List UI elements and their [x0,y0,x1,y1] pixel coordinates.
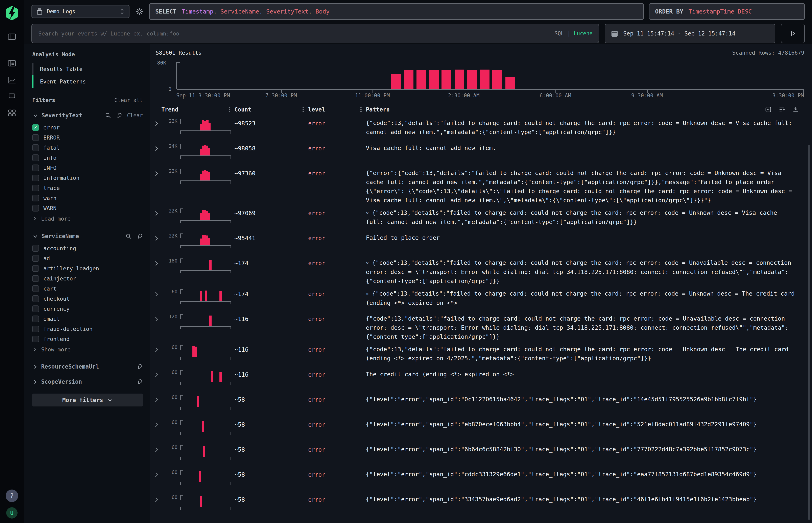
row-expand-chevron-icon[interactable] [154,208,162,216]
row-expand-chevron-icon[interactable] [154,143,162,151]
row-expand-chevron-icon[interactable] [154,314,162,322]
column-header-level[interactable]: level [308,106,366,113]
app-logo-icon[interactable] [5,6,18,21]
filter-group-severitytext[interactable]: SeverityText Clear [32,112,143,119]
filter-option-error[interactable]: error [32,122,143,132]
filter-group-scopeversion[interactable]: ScopeVersion [32,378,143,385]
logs-nav-icon[interactable] [7,59,16,68]
filter-option-frontend[interactable]: frontend [32,334,143,344]
filter-option-info[interactable]: info [32,152,143,163]
filter-option-email[interactable]: email [32,314,143,324]
search-input[interactable] [38,30,554,37]
column-header-count[interactable]: Count [234,106,308,113]
histogram-plot-area[interactable]: 80K 0 [176,62,804,89]
pattern-row[interactable]: 60~116errorThe credit card (ending <*> e… [154,366,812,391]
chevron-right-icon[interactable] [32,379,38,385]
checkbox[interactable] [32,155,39,161]
clear-severity-link[interactable]: Clear [127,112,143,119]
checkbox[interactable] [32,144,39,151]
pattern-row[interactable]: 22K~97360error{"error":{"code":13,"detai… [154,165,812,205]
row-expand-chevron-icon[interactable] [154,419,162,428]
help-button[interactable]: ? [6,489,18,502]
pattern-row[interactable]: 60~58error{"level":"error","span_id":"6b… [154,441,812,466]
pattern-row[interactable]: 24K~98058errorVisa cache full: cannot ad… [154,140,812,165]
pattern-row[interactable]: 22K~95441errorFailed to place order [154,230,812,255]
row-expand-chevron-icon[interactable] [154,445,162,453]
pattern-row[interactable]: 60~116error{"code":13,"details":"failed … [154,341,812,366]
checkbox[interactable] [32,315,39,322]
filter-option-WARN[interactable]: WARN [32,203,143,213]
show-more-link[interactable]: Show more [32,344,143,355]
checkbox[interactable] [32,275,39,282]
exclude-x-icon[interactable]: × [366,291,369,297]
filter-option-accounting[interactable]: accounting [32,243,143,253]
row-expand-chevron-icon[interactable] [154,289,162,297]
source-selector[interactable]: Demo Logs [32,5,129,18]
chevron-right-icon[interactable] [32,364,38,369]
filter-option-cainjector[interactable]: cainjector [32,273,143,284]
pattern-row[interactable]: 60~58error{"level":"error","span_id":"0c… [154,391,812,416]
gear-icon[interactable] [135,7,144,16]
pin-icon[interactable] [137,233,143,239]
pin-icon[interactable] [116,112,122,119]
filter-group-resourceschemaurl[interactable]: ResourceSchemaUrl [32,363,143,370]
checkbox[interactable] [32,185,39,191]
checkbox[interactable] [32,326,39,332]
row-expand-chevron-icon[interactable] [154,258,162,266]
chevron-down-icon[interactable] [32,112,38,119]
more-filters-button[interactable]: More filters [32,394,143,407]
drag-grip-icon[interactable] [302,107,304,112]
checkbox[interactable] [32,336,39,342]
row-expand-chevron-icon[interactable] [154,168,162,176]
pattern-row[interactable]: 22K~98523error{"code":13,"details":"fail… [154,115,812,140]
chart-nav-icon[interactable] [7,75,16,84]
pattern-row[interactable]: 60~58error{"level":"error","span_id":"33… [154,491,812,516]
pattern-row[interactable]: 60~174error×{"code":13,"details":"failed… [154,286,812,311]
filter-group-servicename[interactable]: ServiceName [32,233,143,239]
filter-option-fatal[interactable]: fatal [32,143,143,152]
pattern-row[interactable]: 120~116error{"code":13,"details":"failed… [154,311,812,341]
drag-grip-icon[interactable] [360,107,362,112]
column-header-pattern[interactable]: Pattern [366,106,812,113]
analysis-mode-results-table[interactable]: Results Table [32,63,143,75]
filter-option-currency[interactable]: currency [32,304,143,314]
row-expand-chevron-icon[interactable] [154,395,162,403]
column-header-trend[interactable]: Trend [154,106,234,113]
checkbox[interactable] [32,295,39,302]
download-icon[interactable] [792,106,799,113]
dashboard-nav-icon[interactable] [7,108,16,118]
pin-icon[interactable] [137,379,143,385]
pattern-row[interactable]: 22K~97069error×{"code":13,"details":"fai… [154,205,812,230]
pattern-row[interactable]: 60~58error{"level":"error","span_id":"eb… [154,416,812,441]
chevron-down-icon[interactable] [32,233,38,239]
expand-all-icon[interactable] [765,106,772,113]
filter-option-warn[interactable]: warn [32,193,143,203]
filter-option-checkout[interactable]: checkout [32,293,143,304]
checkbox[interactable] [32,285,39,292]
row-expand-chevron-icon[interactable] [154,494,162,503]
filter-option-ad[interactable]: ad [32,253,143,263]
filter-option-Information[interactable]: Information [32,173,143,183]
terminal-nav-icon[interactable] [7,92,16,101]
checkbox[interactable] [32,305,39,312]
analysis-mode-event-patterns[interactable]: Event Patterns [32,75,143,88]
sql-toggle[interactable]: SQL [554,31,564,36]
filter-option-artillery-loadgen[interactable]: artillery-loadgen [32,263,143,273]
checkbox[interactable] [32,245,39,252]
filter-option-ERROR[interactable]: ERROR [32,132,143,143]
vertical-scrollbar[interactable] [808,145,810,520]
drag-grip-icon[interactable] [229,107,230,112]
pattern-row[interactable]: 180~174error×{"code":13,"details":"faile… [154,255,812,286]
run-query-button[interactable] [781,24,805,43]
exclude-x-icon[interactable]: × [366,210,369,216]
clear-all-link[interactable]: Clear all [114,97,143,103]
lucene-toggle[interactable]: Lucene [573,31,593,36]
load-more-link[interactable]: Load more [32,213,143,224]
row-expand-chevron-icon[interactable] [154,233,162,241]
checkbox[interactable] [32,255,39,262]
search-icon[interactable] [125,233,132,239]
pattern-row[interactable]: 60~58error{"level":"error","span_id":"cd… [154,466,812,491]
checkbox[interactable] [32,164,39,171]
user-avatar[interactable]: U [6,507,18,519]
filter-option-trace[interactable]: trace [32,183,143,193]
